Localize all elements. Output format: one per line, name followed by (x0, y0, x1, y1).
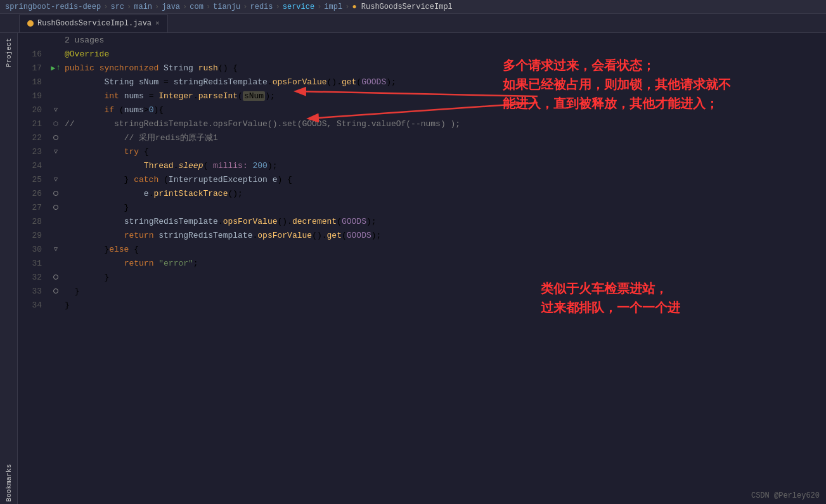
line-num-18: 18 (18, 77, 49, 87)
line-num-28: 28 (18, 217, 49, 226)
line-code-33: } (62, 287, 826, 296)
breadcrumb-class[interactable]: ● RushGoodsServiceImpl (352, 3, 452, 11)
line-num-31: 31 (18, 259, 49, 268)
code-line-26: 26 e.printStackTrace(); (18, 186, 826, 200)
breadcrumb-main[interactable]: main (134, 3, 152, 11)
line-num-25: 25 (18, 175, 49, 184)
line-code-16: @Override (62, 49, 826, 59)
line-num-26: 26 (18, 189, 49, 198)
breakpoint-icon-27[interactable] (53, 205, 58, 210)
gutter-32 (49, 275, 62, 280)
fold-icon-20[interactable]: ▽ (54, 106, 58, 113)
breadcrumb-redis[interactable]: redis (250, 3, 273, 11)
breadcrumb-project[interactable]: springboot-redis-deep (5, 3, 101, 11)
breadcrumb-tianju[interactable]: tianju (213, 3, 240, 11)
tab-filename: RushGoodsServiceImpl.java (37, 19, 152, 28)
line-code-28: stringRedisTemplate.opsForValue().decrem… (62, 217, 826, 226)
line-code-17: public synchronized String rush() { (62, 63, 826, 73)
tab-close-button[interactable]: × (155, 20, 160, 27)
line-num-19: 19 (18, 91, 49, 101)
tab-rushgoods[interactable]: RushGoodsServiceImpl.java × (19, 15, 168, 32)
java-file-icon (27, 20, 34, 27)
line-num-33: 33 (18, 287, 49, 296)
tab-bar: RushGoodsServiceImpl.java × (0, 14, 826, 33)
code-line-21: 21 ⬡ // stringRedisTemplate.opsForValue(… (18, 117, 826, 131)
line-code-31: return "error"; (62, 259, 826, 268)
line-num-23: 23 (18, 147, 49, 157)
left-sidebar: Project Bookmarks (0, 33, 18, 504)
code-line-25: 25 ▽ } catch (InterruptedException e) { (18, 172, 826, 186)
breadcrumb-impl[interactable]: impl (324, 3, 342, 11)
breadcrumb-service[interactable]: service (283, 3, 314, 11)
line-code-29: return stringRedisTemplate.opsForValue()… (62, 231, 826, 240)
line-num-16: 16 (18, 49, 49, 59)
main-layout: Project Bookmarks 2 usages 16 @Override … (0, 33, 826, 504)
up-icon: ↑ (56, 63, 61, 72)
line-code-27: } (62, 203, 826, 212)
breakpoint-icon-32[interactable] (53, 275, 58, 280)
line-num-24: 24 (18, 161, 49, 171)
code-line-24: 24 Thread.sleep( millis: 200); (18, 158, 826, 172)
line-code-21: // stringRedisTemplate.opsForValue().set… (62, 119, 826, 129)
line-num-30: 30 (18, 245, 49, 254)
code-line-33: 33 } (18, 284, 826, 298)
line-code-25: } catch (InterruptedException e) { (62, 175, 826, 184)
breadcrumb-com[interactable]: com (190, 3, 203, 11)
code-line-29: 29 return stringRedisTemplate.opsForValu… (18, 228, 826, 242)
breadcrumb-src[interactable]: src (110, 3, 124, 11)
line-num-22: 22 (18, 133, 49, 143)
line-code-18: String sNum = stringRedisTemplate.opsFor… (62, 77, 826, 87)
line-code-20: if (nums>0){ (62, 105, 826, 115)
code-line-19: 19 int nums = Integer.parseInt(sNum); (18, 89, 826, 103)
line-code-26: e.printStackTrace(); (62, 189, 826, 198)
gutter-22 (49, 135, 62, 140)
fold-icon-25[interactable]: ▽ (54, 176, 58, 183)
line-code-30: }else { (62, 245, 826, 254)
code-line-31: 31 return "error"; (18, 256, 826, 270)
breakpoint-icon-26[interactable] (53, 191, 58, 196)
code-line-28: 28 stringRedisTemplate.opsForValue().dec… (18, 214, 826, 228)
line-code-32: } (62, 273, 826, 282)
code-lines: 16 @Override 17 ▶ ↑ public synchronized … (18, 47, 826, 312)
breakpoint-icon-22[interactable] (53, 135, 58, 140)
code-line-17: 17 ▶ ↑ public synchronized String rush()… (18, 61, 826, 75)
usages-text: 2 usages (65, 36, 104, 45)
code-line-16: 16 @Override (18, 47, 826, 61)
code-line-20: 20 ▽ if (nums>0){ (18, 103, 826, 117)
fold-icon-23[interactable]: ▽ (54, 148, 58, 155)
code-area: 2 usages 16 @Override 17 ▶ ↑ public sync… (18, 33, 826, 504)
gutter-26 (49, 191, 62, 196)
title-bar: springboot-redis-deep › src › main › jav… (0, 0, 826, 14)
sidebar-project-label[interactable]: Project (5, 36, 13, 70)
code-line-18: 18 String sNum = stringRedisTemplate.ops… (18, 75, 826, 89)
line-code-19: int nums = Integer.parseInt(sNum); (62, 91, 826, 101)
gutter-27 (49, 205, 62, 210)
code-line-27: 27 } (18, 200, 826, 214)
fold-icon-21: ⬡ (53, 120, 58, 127)
line-num-32: 32 (18, 273, 49, 282)
line-num-21: 21 (18, 119, 49, 129)
line-num-34: 34 (18, 300, 49, 310)
gutter-33 (49, 288, 62, 294)
run-icon[interactable]: ▶ (51, 63, 55, 73)
line-num-20: 20 (18, 105, 49, 115)
breadcrumb-java[interactable]: java (162, 3, 180, 11)
gutter-21: ⬡ (49, 120, 62, 127)
line-code-34: } (62, 300, 826, 310)
gutter-30: ▽ (49, 245, 62, 253)
gutter-20: ▽ (49, 106, 62, 113)
gutter-25: ▽ (49, 176, 62, 183)
code-line-30: 30 ▽ }else { (18, 242, 826, 256)
watermark: CSDN @Perley620 (751, 491, 820, 500)
breakpoint-icon-33[interactable] (53, 288, 58, 294)
line-code-22: // 采用redis的原子减1 (62, 132, 826, 143)
code-line-34: 34 } (18, 298, 826, 312)
fold-icon-30[interactable]: ▽ (54, 245, 58, 253)
code-line-23: 23 ▽ try { (18, 145, 826, 158)
code-line-22: 22 // 采用redis的原子减1 (18, 131, 826, 145)
breadcrumb: springboot-redis-deep › src › main › jav… (5, 3, 453, 11)
usages-line: 2 usages (18, 33, 826, 47)
line-code-24: Thread.sleep( millis: 200); (62, 161, 826, 171)
sidebar-bookmarks-label[interactable]: Bookmarks (5, 462, 13, 504)
gutter-17: ▶ ↑ (49, 63, 62, 73)
